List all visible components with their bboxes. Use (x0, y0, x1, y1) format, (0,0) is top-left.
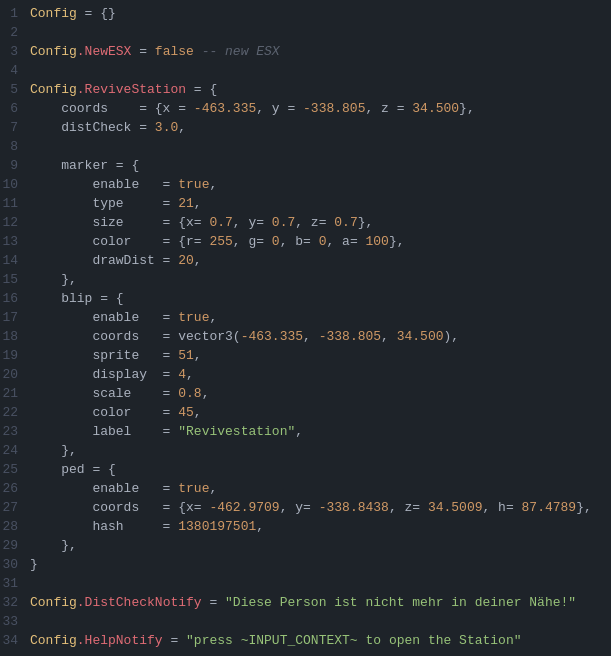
line-number: 32 (0, 593, 30, 612)
line-number: 19 (0, 346, 30, 365)
line-number: 34 (0, 631, 30, 650)
line-number: 8 (0, 137, 30, 156)
code-tokens: enable = true, (30, 308, 217, 327)
code-tokens: Config.NewESX = false -- new ESX (30, 42, 280, 61)
code-line: 19 sprite = 51, (0, 346, 611, 365)
code-line: 6 coords = {x = -463.335, y = -338.805, … (0, 99, 611, 118)
code-line: 16 blip = { (0, 289, 611, 308)
line-number: 16 (0, 289, 30, 308)
line-number: 11 (0, 194, 30, 213)
code-line: 31 (0, 574, 611, 593)
line-number: 5 (0, 80, 30, 99)
line-number: 10 (0, 175, 30, 194)
line-number: 13 (0, 232, 30, 251)
code-line: 7 distCheck = 3.0, (0, 118, 611, 137)
line-number: 7 (0, 118, 30, 137)
line-number: 9 (0, 156, 30, 175)
line-number: 14 (0, 251, 30, 270)
code-tokens: coords = vector3(-463.335, -338.805, 34.… (30, 327, 459, 346)
code-tokens: enable = true, (30, 175, 217, 194)
code-line: 22 color = 45, (0, 403, 611, 422)
line-number: 12 (0, 213, 30, 232)
code-tokens: scale = 0.8, (30, 384, 209, 403)
code-line: 32Config.DistCheckNotify = "Diese Person… (0, 593, 611, 612)
line-number: 6 (0, 99, 30, 118)
code-line: 23 label = "Revivestation", (0, 422, 611, 441)
line-number: 33 (0, 612, 30, 631)
line-number: 18 (0, 327, 30, 346)
code-line: 1Config = {} (0, 4, 611, 23)
line-number: 17 (0, 308, 30, 327)
code-tokens: blip = { (30, 289, 124, 308)
line-number: 21 (0, 384, 30, 403)
code-line: 24 }, (0, 441, 611, 460)
code-line: 17 enable = true, (0, 308, 611, 327)
code-tokens: marker = { (30, 156, 139, 175)
line-number: 26 (0, 479, 30, 498)
line-number: 29 (0, 536, 30, 555)
code-tokens: Config = {} (30, 4, 116, 23)
line-number: 27 (0, 498, 30, 517)
line-number: 2 (0, 23, 30, 42)
code-line: 12 size = {x= 0.7, y= 0.7, z= 0.7}, (0, 213, 611, 232)
code-tokens: coords = {x = -463.335, y = -338.805, z … (30, 99, 475, 118)
code-tokens: sprite = 51, (30, 346, 202, 365)
line-number: 31 (0, 574, 30, 593)
code-tokens: drawDist = 20, (30, 251, 202, 270)
code-line: 9 marker = { (0, 156, 611, 175)
code-tokens: Config.HelpNotify = "press ~INPUT_CONTEX… (30, 631, 522, 650)
code-tokens: } (30, 555, 38, 574)
line-number: 4 (0, 61, 30, 80)
code-line: 4 (0, 61, 611, 80)
line-number: 28 (0, 517, 30, 536)
code-line: 14 drawDist = 20, (0, 251, 611, 270)
code-tokens: hash = 1380197501, (30, 517, 264, 536)
code-line: 8 (0, 137, 611, 156)
code-line: 2 (0, 23, 611, 42)
code-tokens: label = "Revivestation", (30, 422, 303, 441)
code-line: 21 scale = 0.8, (0, 384, 611, 403)
code-line: 27 coords = {x= -462.9709, y= -338.8438,… (0, 498, 611, 517)
code-line: 5Config.ReviveStation = { (0, 80, 611, 99)
code-tokens: size = {x= 0.7, y= 0.7, z= 0.7}, (30, 213, 373, 232)
code-tokens: enable = true, (30, 479, 217, 498)
line-number: 24 (0, 441, 30, 460)
line-number: 1 (0, 4, 30, 23)
code-tokens: coords = {x= -462.9709, y= -338.8438, z=… (30, 498, 592, 517)
line-number: 30 (0, 555, 30, 574)
code-editor: 1Config = {}23Config.NewESX = false -- n… (0, 0, 611, 654)
code-line: 26 enable = true, (0, 479, 611, 498)
code-line: 25 ped = { (0, 460, 611, 479)
code-line: 15 }, (0, 270, 611, 289)
line-number: 15 (0, 270, 30, 289)
code-line: 3Config.NewESX = false -- new ESX (0, 42, 611, 61)
code-tokens: color = {r= 255, g= 0, b= 0, a= 100}, (30, 232, 405, 251)
code-line: 29 }, (0, 536, 611, 555)
code-tokens: }, (30, 441, 77, 460)
code-tokens: display = 4, (30, 365, 194, 384)
code-tokens: distCheck = 3.0, (30, 118, 186, 137)
code-line: 30} (0, 555, 611, 574)
code-line: 13 color = {r= 255, g= 0, b= 0, a= 100}, (0, 232, 611, 251)
code-line: 10 enable = true, (0, 175, 611, 194)
code-tokens: type = 21, (30, 194, 202, 213)
code-line: 33 (0, 612, 611, 631)
code-line: 18 coords = vector3(-463.335, -338.805, … (0, 327, 611, 346)
code-tokens: Config.ReviveStation = { (30, 80, 217, 99)
code-line: 20 display = 4, (0, 365, 611, 384)
code-tokens: color = 45, (30, 403, 202, 422)
code-line: 11 type = 21, (0, 194, 611, 213)
line-number: 22 (0, 403, 30, 422)
code-line: 28 hash = 1380197501, (0, 517, 611, 536)
line-number: 20 (0, 365, 30, 384)
line-number: 23 (0, 422, 30, 441)
code-line: 34Config.HelpNotify = "press ~INPUT_CONT… (0, 631, 611, 650)
code-tokens: }, (30, 270, 77, 289)
code-tokens: }, (30, 536, 77, 555)
code-tokens: ped = { (30, 460, 116, 479)
code-tokens: Config.DistCheckNotify = "Diese Person i… (30, 593, 576, 612)
line-number: 3 (0, 42, 30, 61)
line-number: 25 (0, 460, 30, 479)
